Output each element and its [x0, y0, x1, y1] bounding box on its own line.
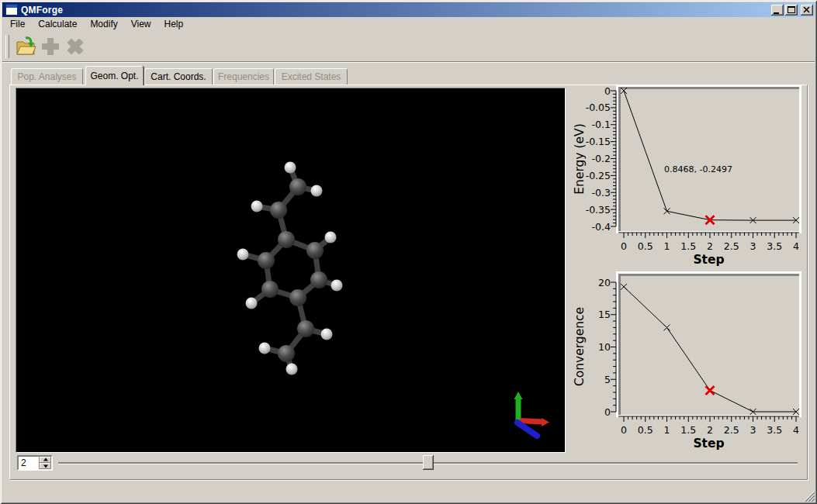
atom-H [237, 249, 249, 261]
svg-text:20: 20 [598, 277, 611, 288]
svg-text:3.5: 3.5 [767, 240, 782, 252]
svg-text:-0.35: -0.35 [586, 204, 611, 216]
svg-text:-0.1: -0.1 [592, 119, 611, 130]
atom-H [286, 364, 298, 375]
tab-excited-states: Excited States [275, 68, 348, 85]
menu-file[interactable]: File [9, 18, 26, 30]
tab-cart-coords[interactable]: Cart. Coords. [144, 68, 213, 85]
spin-down-button[interactable] [40, 463, 51, 469]
toolbar-gripper[interactable] [5, 35, 9, 58]
svg-text:0.5: 0.5 [638, 240, 653, 252]
atom-H [246, 298, 258, 309]
svg-text:1.5: 1.5 [680, 424, 696, 436]
svg-text:0: 0 [604, 85, 611, 97]
maximize-icon[interactable] [785, 5, 798, 16]
plus-icon [40, 36, 61, 57]
molecule-bonds [243, 167, 337, 369]
atom-H [251, 201, 263, 212]
menu-view[interactable]: View [130, 18, 153, 30]
svg-text:2.5: 2.5 [724, 424, 739, 436]
x-axis-title: Step [693, 437, 724, 450]
step-spinbox[interactable] [17, 455, 53, 471]
cursor-readout-annotation: 0.8468, -0.2497 [664, 164, 732, 174]
svg-text:1.5: 1.5 [680, 240, 696, 252]
add-analysis-button [39, 35, 62, 58]
svg-text:-0.2: -0.2 [592, 153, 611, 164]
svg-text:0: 0 [604, 406, 611, 418]
spin-up-button[interactable] [40, 457, 51, 463]
svg-text:5: 5 [604, 374, 611, 385]
svg-text:-0.25: -0.25 [586, 170, 611, 181]
svg-text:-0.4: -0.4 [592, 221, 611, 233]
convergence-chart: 00.511.522.533.5405101520StepConvergence [568, 271, 811, 481]
atom-H [285, 162, 296, 174]
x-icon [64, 36, 86, 57]
tab-frequencies: Frequencies [213, 68, 274, 85]
atom-C [278, 345, 295, 362]
step-spinbox-input[interactable] [19, 457, 39, 469]
y-axis-title: Energy (eV) [573, 123, 587, 194]
svg-text:3: 3 [750, 424, 756, 436]
svg-text:3.5: 3.5 [767, 424, 782, 436]
atom-H [331, 280, 343, 292]
y-axis-title: Convergence [573, 307, 587, 386]
atom-C [289, 178, 306, 195]
atom-C [278, 231, 295, 248]
atom-C [261, 281, 279, 298]
svg-text:2: 2 [707, 424, 713, 436]
molecule-3d-viewer[interactable] [16, 88, 566, 453]
atom-C [289, 289, 306, 306]
window-title: QMForge [21, 5, 63, 16]
svg-text:0.5: 0.5 [638, 424, 653, 436]
menu-modify[interactable]: Modify [88, 18, 119, 30]
svg-text:4: 4 [793, 424, 799, 436]
folder-open-icon [15, 36, 36, 57]
svg-text:15: 15 [598, 309, 611, 320]
svg-text:10: 10 [598, 341, 611, 353]
menu-help[interactable]: Help [163, 18, 185, 30]
step-slider-thumb[interactable] [423, 455, 434, 470]
svg-text:4: 4 [793, 240, 799, 252]
open-file-button[interactable] [14, 35, 37, 58]
menu-bar: File Calculate Modify View Help [2, 17, 815, 31]
svg-text:3: 3 [750, 240, 756, 252]
svg-text:-0.05: -0.05 [586, 102, 611, 113]
svg-text:-0.3: -0.3 [592, 187, 611, 198]
atom-C [310, 271, 327, 288]
delete-analysis-button [64, 35, 87, 58]
atom-C [258, 252, 275, 269]
resize-grip[interactable] [804, 491, 815, 502]
toolbar [2, 31, 815, 62]
energy-chart: 00.511.522.533.540-0.05-0.1-0.15-0.2-0.2… [568, 79, 811, 271]
x-axis-title: Step [693, 253, 724, 267]
atom-C [306, 242, 324, 259]
atom-H [259, 343, 271, 354]
svg-text:0: 0 [621, 240, 627, 252]
atom-C [297, 320, 314, 337]
application-window: QMForge File Calculate Modify View Help [0, 0, 817, 504]
minimize-icon[interactable] [771, 5, 784, 16]
svg-text:2: 2 [707, 240, 713, 252]
close-icon[interactable] [801, 5, 813, 16]
tab-pop-analyses: Pop. Analyses [11, 68, 83, 85]
svg-text:-0.15: -0.15 [586, 136, 611, 147]
tab-geom-opt[interactable]: Geom. Opt. [85, 66, 144, 85]
svg-text:0: 0 [621, 424, 627, 436]
svg-text:1: 1 [664, 424, 670, 436]
atom-H [321, 329, 333, 340]
atom-C [270, 202, 287, 219]
svg-text:1: 1 [664, 240, 670, 252]
axes-triad-icon [514, 392, 550, 436]
atom-H [311, 185, 323, 197]
title-bar[interactable]: QMForge [2, 2, 815, 17]
menu-calculate[interactable]: Calculate [36, 18, 78, 30]
atom-H [325, 232, 337, 243]
app-icon[interactable] [5, 4, 18, 16]
svg-text:2.5: 2.5 [724, 240, 739, 252]
